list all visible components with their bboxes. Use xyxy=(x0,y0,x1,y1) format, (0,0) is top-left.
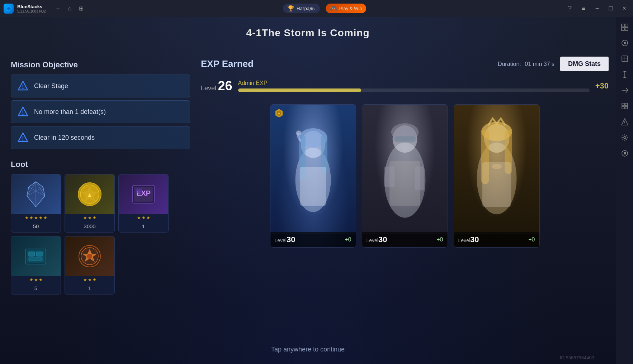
svg-point-30 xyxy=(23,114,24,115)
svg-point-20 xyxy=(624,136,626,139)
char3-level-display: Level30 xyxy=(458,235,479,244)
close-button[interactable]: × xyxy=(619,4,629,14)
right-sidebar xyxy=(616,17,633,364)
svg-marker-41 xyxy=(27,182,45,207)
svg-point-26 xyxy=(23,88,24,89)
svg-text:▲: ▲ xyxy=(86,191,93,198)
back-button[interactable]: ← xyxy=(55,5,62,12)
continue-text: Tap anywhere to continue xyxy=(271,346,345,353)
char1-level-display: Level30 xyxy=(275,235,296,244)
loot-section-title: Loot xyxy=(11,160,190,169)
char3-level-value: 30 xyxy=(470,235,479,244)
exp-bar-container: Admin EXP xyxy=(238,80,590,92)
exp-bar-row: Level 26 Admin EXP +30 xyxy=(201,78,609,94)
crystal-count: 50 xyxy=(33,222,39,232)
sidebar-icon-7[interactable] xyxy=(618,115,632,129)
emblem-stars: ★★★ xyxy=(83,276,96,284)
svg-rect-2 xyxy=(622,24,624,27)
char1-plus: +0 xyxy=(345,236,351,243)
coin-count: 3000 xyxy=(84,222,95,232)
svg-rect-52 xyxy=(29,252,34,256)
loot-item-coin: ▲ ★★★ 3000 xyxy=(65,174,115,233)
titlebar-right: ? ≡ − □ × xyxy=(565,4,629,14)
char2-level-value: 30 xyxy=(378,235,387,244)
svg-rect-13 xyxy=(622,103,624,106)
clear-stage-text: Clear Stage xyxy=(34,82,68,90)
left-panel: Mission Objective Clear Stage xyxy=(11,60,190,294)
character-card-1[interactable]: ▲ xyxy=(270,104,356,248)
maximize-button[interactable]: □ xyxy=(606,4,616,14)
sidebar-icon-record[interactable] xyxy=(618,146,632,161)
sidebar-icon-1[interactable] xyxy=(618,20,632,34)
home-button[interactable]: ⌂ xyxy=(67,5,73,12)
svg-rect-14 xyxy=(625,103,628,106)
svg-point-58 xyxy=(87,253,93,259)
help-button[interactable]: ? xyxy=(565,4,575,14)
minimize-button[interactable]: − xyxy=(592,4,602,14)
sidebar-icon-8[interactable] xyxy=(618,130,632,145)
coin-stars: ★★★ xyxy=(83,214,96,222)
app-name: BlueStacks xyxy=(17,4,46,9)
app-title-block: BlueStacks 5.11.56.1003 N32 xyxy=(17,4,46,13)
level-value: 26 xyxy=(218,78,232,93)
char2-footer: Level30 +0 xyxy=(362,232,448,247)
character-card-3[interactable]: Level30 +0 xyxy=(454,104,540,248)
sidebar-icon-5[interactable] xyxy=(618,83,632,97)
duration-text: Duration: 01 min 37 s xyxy=(498,61,554,67)
loot-component-icon xyxy=(11,236,61,276)
dmg-stats-button[interactable]: DMG Stats xyxy=(560,57,609,71)
char1-portrait xyxy=(270,115,356,231)
bluestacks-logo xyxy=(4,4,14,14)
exp-title: EXP Earned xyxy=(201,58,254,70)
clear-stage-icon xyxy=(17,80,29,92)
svg-point-82 xyxy=(491,164,502,169)
level-label: Level xyxy=(201,85,216,92)
playnwin-badge[interactable]: 🎮 Play & Win xyxy=(326,4,367,13)
svg-point-7 xyxy=(624,42,626,44)
char3-footer: Level30 +0 xyxy=(454,232,539,247)
objective-clear-stage: Clear Stage xyxy=(11,75,190,97)
duration-value: 01 min 37 s xyxy=(525,61,554,67)
loot-exp-icon: EXP xyxy=(119,174,168,214)
objective-clear-time: Clear in 120 seconds xyxy=(11,126,190,149)
svg-rect-53 xyxy=(37,252,42,256)
game-area[interactable]: 4-1The Storm Is Coming Mission Objective… xyxy=(0,17,616,364)
loot-crystal-icon xyxy=(11,174,61,214)
char3-inner: Level30 +0 xyxy=(454,105,539,247)
crystal-stars: ★★★★★ xyxy=(25,214,47,222)
emblem-count: 1 xyxy=(88,284,91,294)
svg-rect-16 xyxy=(625,106,628,109)
svg-marker-1 xyxy=(7,7,10,10)
exp-header: EXP Earned Duration: 01 min 37 s DMG Sta… xyxy=(201,57,609,71)
stage-title: 4-1The Storm Is Coming xyxy=(246,27,369,39)
svg-rect-8 xyxy=(622,56,628,62)
sidebar-icon-6[interactable] xyxy=(618,99,632,113)
loot-coin-icon: ▲ xyxy=(65,174,114,214)
clear-time-icon xyxy=(17,131,29,144)
char2-level-label: Level30 xyxy=(367,238,387,243)
svg-rect-22 xyxy=(624,152,626,154)
titlebar: BlueStacks 5.11.56.1003 N32 ← ⌂ ⊞ 🏆 Нагр… xyxy=(0,0,633,17)
objective-no-defeat: No more than 1 defeat(s) xyxy=(11,100,190,123)
id-text: ID:53687564403 xyxy=(560,355,594,360)
svg-text:▲: ▲ xyxy=(278,111,280,115)
svg-rect-54 xyxy=(29,258,42,260)
titlebar-center: 🏆 Награды 🎮 Play & Win xyxy=(283,4,366,13)
menu-button[interactable]: ≡ xyxy=(578,4,589,14)
char2-level-display: Level30 xyxy=(367,235,387,244)
loot-item-emblem: ★★★ 1 xyxy=(65,236,115,294)
rewards-badge[interactable]: 🏆 Награды xyxy=(283,4,320,13)
svg-rect-4 xyxy=(622,28,624,30)
svg-point-68 xyxy=(296,130,301,135)
exp-plus: +30 xyxy=(595,81,609,91)
sidebar-icon-4[interactable] xyxy=(618,67,632,82)
component-count: 5 xyxy=(34,284,37,294)
clear-time-text: Clear in 120 seconds xyxy=(34,134,95,142)
windows-button[interactable]: ⊞ xyxy=(78,5,85,12)
character-card-2[interactable]: Level30 +0 xyxy=(362,104,448,248)
no-defeat-icon xyxy=(17,106,29,118)
svg-point-19 xyxy=(624,124,625,124)
sidebar-icon-2[interactable] xyxy=(618,36,632,50)
sidebar-icon-3[interactable] xyxy=(618,52,632,66)
objective-list: Clear Stage No more than 1 defeat(s) xyxy=(11,75,190,149)
